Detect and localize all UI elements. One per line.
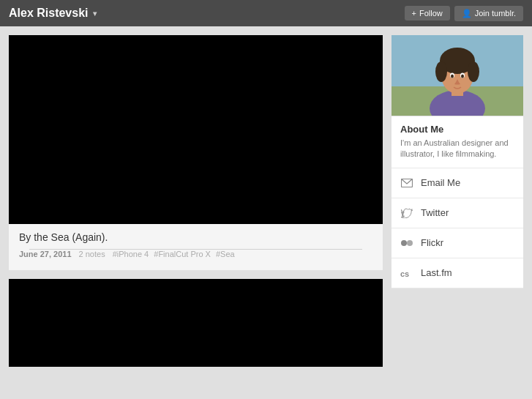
post-tags: #iPhone 4 #FinalCut Pro X #Sea xyxy=(113,250,238,258)
email-label: Email Me xyxy=(421,177,460,188)
post-title: By the Sea (Again). xyxy=(19,231,372,243)
svg-point-11 xyxy=(461,75,464,78)
svg-text:cs: cs xyxy=(400,269,409,278)
profile-photo-inner xyxy=(391,35,523,116)
tag-finalcut[interactable]: #FinalCut Pro X xyxy=(154,250,211,258)
tag-sea[interactable]: #Sea xyxy=(216,250,235,258)
post-video-player[interactable] xyxy=(9,35,383,224)
post-body: By the Sea (Again). June 27, 2011 2 note… xyxy=(9,224,383,270)
twitter-icon: t xyxy=(400,206,413,220)
svg-point-15 xyxy=(407,240,413,246)
join-label: Join tumblr. xyxy=(475,9,516,18)
post-2 xyxy=(9,279,383,367)
email-link[interactable]: Email Me xyxy=(391,168,523,198)
about-text: I'm an Australian designer and illustrat… xyxy=(400,138,514,160)
svg-point-14 xyxy=(401,240,407,246)
post-date: June 27, 2011 xyxy=(19,250,72,258)
lastfm-icon: cs xyxy=(400,266,413,280)
about-section: About Me I'm an Australian designer and … xyxy=(391,116,523,168)
follow-button[interactable]: + Follow xyxy=(405,6,450,20)
header: Alex Ristevski ▾ + Follow 👤 Join tumblr. xyxy=(0,0,532,26)
sidebar: About Me I'm an Australian designer and … xyxy=(391,35,523,390)
svg-point-10 xyxy=(451,75,454,78)
twitter-link[interactable]: t Twitter xyxy=(391,198,523,228)
lastfm-label: Last.fm xyxy=(421,267,452,278)
post-2-video-player[interactable] xyxy=(9,279,383,367)
post-meta: June 27, 2011 2 notes #iPhone 4 #FinalCu… xyxy=(19,250,372,264)
follow-label: Follow xyxy=(419,9,443,18)
sidebar-links: Email Me t Twitter xyxy=(391,168,523,288)
dropdown-arrow[interactable]: ▾ xyxy=(93,10,97,18)
post-notes: 2 notes xyxy=(79,250,105,258)
profile-photo xyxy=(391,35,523,116)
post-1: By the Sea (Again). June 27, 2011 2 note… xyxy=(9,35,383,270)
blog-name: Alex Ristevski xyxy=(9,7,89,20)
profile-avatar-svg xyxy=(391,35,523,116)
main-layout: By the Sea (Again). June 27, 2011 2 note… xyxy=(0,26,532,399)
header-title: Alex Ristevski ▾ xyxy=(9,7,97,20)
join-tumblr-button[interactable]: 👤 Join tumblr. xyxy=(454,6,523,21)
tag-iphone[interactable]: #iPhone 4 xyxy=(113,250,149,258)
flickr-icon xyxy=(400,236,413,250)
twitter-label: Twitter xyxy=(421,207,449,218)
about-title: About Me xyxy=(400,124,514,135)
lastfm-link[interactable]: cs Last.fm xyxy=(391,258,523,288)
flickr-label: Flickr xyxy=(421,237,443,248)
join-icon: 👤 xyxy=(462,9,472,18)
email-icon xyxy=(400,176,413,190)
flickr-link[interactable]: Flickr xyxy=(391,228,523,258)
svg-point-7 xyxy=(468,61,479,82)
follow-icon: + xyxy=(412,9,416,18)
header-actions: + Follow 👤 Join tumblr. xyxy=(405,6,523,21)
svg-point-6 xyxy=(435,61,447,82)
content-area: By the Sea (Again). June 27, 2011 2 note… xyxy=(9,35,383,390)
